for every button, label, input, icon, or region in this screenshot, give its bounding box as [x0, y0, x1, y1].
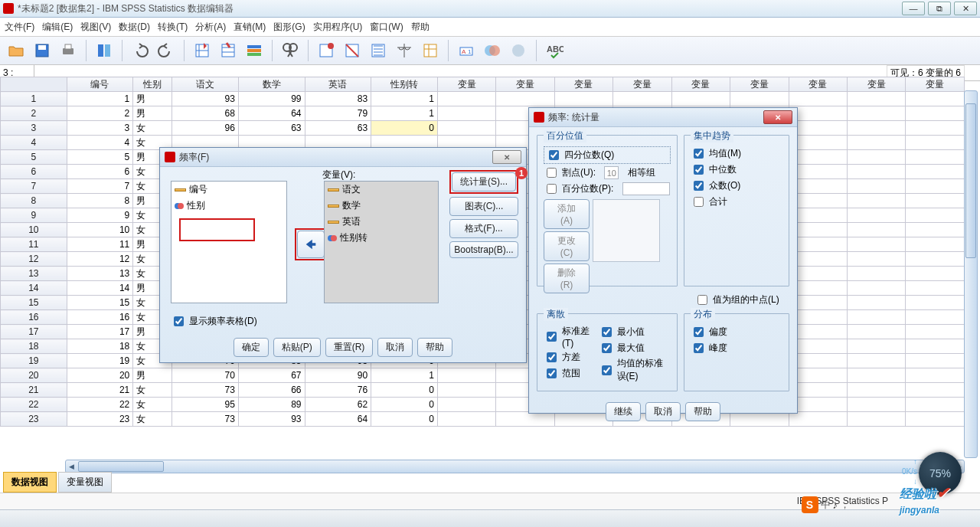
skewness-checkbox[interactable]: 偏度: [691, 325, 782, 339]
max-checkbox[interactable]: 最大值: [599, 341, 671, 355]
cell[interactable]: 63: [238, 121, 305, 136]
vertical-scrollbar[interactable]: [964, 90, 978, 458]
cutpoints-checkbox[interactable]: 割点(U): 相等组: [544, 165, 671, 180]
cell[interactable]: [906, 296, 965, 310]
cell[interactable]: 0: [371, 398, 438, 412]
cell[interactable]: [906, 252, 965, 267]
cell[interactable]: 64: [238, 106, 305, 121]
cell[interactable]: [847, 150, 905, 165]
cell[interactable]: [906, 281, 965, 296]
cell[interactable]: [906, 208, 965, 223]
cell[interactable]: [496, 92, 554, 106]
table-row[interactable]: 11男9399831: [1, 92, 965, 106]
cell[interactable]: 21: [67, 383, 133, 398]
row-header[interactable]: 5: [1, 150, 67, 165]
cell[interactable]: [847, 194, 905, 208]
table-row[interactable]: 33女9663630: [1, 121, 965, 136]
table-row[interactable]: 2222女9589620: [1, 398, 965, 412]
min-checkbox[interactable]: 最小值: [599, 325, 671, 339]
cell[interactable]: 女: [133, 398, 172, 412]
cell[interactable]: [906, 383, 965, 398]
table-row[interactable]: 2121女7366760: [1, 383, 965, 398]
cell[interactable]: [847, 252, 905, 267]
column-header[interactable]: 性别转: [371, 77, 438, 92]
table-row[interactable]: 2323女7393640: [1, 412, 965, 427]
cell[interactable]: [847, 121, 905, 136]
cell[interactable]: 76: [305, 383, 371, 398]
column-header[interactable]: 变量: [671, 77, 730, 92]
paste-button[interactable]: 粘贴(P): [273, 338, 321, 357]
cell[interactable]: [906, 92, 965, 106]
cell[interactable]: 11: [67, 237, 133, 252]
cell[interactable]: 18: [67, 339, 133, 354]
list-item[interactable]: 编号: [172, 182, 286, 198]
cell[interactable]: [847, 281, 905, 296]
cell[interactable]: [554, 92, 612, 106]
find-icon[interactable]: [279, 39, 302, 62]
cell[interactable]: 0: [371, 383, 438, 398]
row-header[interactable]: 7: [1, 179, 67, 194]
cell[interactable]: [847, 412, 905, 427]
cell[interactable]: 10: [67, 223, 133, 237]
cell[interactable]: 79: [305, 106, 371, 121]
cell[interactable]: 13: [67, 267, 133, 281]
row-header[interactable]: 15: [1, 296, 67, 310]
row-header[interactable]: 3: [1, 121, 67, 136]
cutpoints-input[interactable]: [604, 166, 619, 179]
list-item[interactable]: 数学: [325, 198, 438, 214]
value-labels-icon[interactable]: [419, 39, 442, 62]
cell[interactable]: [847, 223, 905, 237]
cell[interactable]: [613, 92, 671, 106]
cell[interactable]: 14: [67, 281, 133, 296]
source-variable-list[interactable]: 编号 性别: [171, 181, 287, 303]
row-header[interactable]: 17: [1, 325, 67, 339]
cell[interactable]: 93: [172, 92, 239, 106]
cell[interactable]: [906, 106, 965, 121]
row-header[interactable]: 16: [1, 310, 67, 325]
cell[interactable]: [847, 92, 905, 106]
cell[interactable]: 6: [67, 165, 133, 179]
cell[interactable]: [437, 121, 495, 136]
mean-checkbox[interactable]: 均值(M): [691, 146, 782, 161]
column-header[interactable]: 变量: [730, 77, 789, 92]
weight-cases-icon[interactable]: [341, 39, 364, 62]
cell[interactable]: [906, 150, 965, 165]
cell[interactable]: [847, 136, 905, 150]
cell[interactable]: [847, 368, 905, 383]
menu-view[interactable]: 视图(V): [80, 21, 111, 34]
row-header[interactable]: 14: [1, 281, 67, 296]
cell[interactable]: 68: [172, 106, 239, 121]
cell[interactable]: [906, 398, 965, 412]
cell[interactable]: [847, 339, 905, 354]
use-sets-icon[interactable]: A1: [455, 39, 478, 62]
redo-icon[interactable]: [155, 39, 178, 62]
cell[interactable]: 7: [67, 179, 133, 194]
minimize-button[interactable]: —: [902, 2, 925, 15]
mode-checkbox[interactable]: 众数(O): [691, 178, 782, 193]
cell[interactable]: 83: [305, 92, 371, 106]
charts-button[interactable]: 图表(C)...: [449, 197, 518, 216]
variance-checkbox[interactable]: 方差: [544, 350, 593, 365]
format-button[interactable]: 格式(F)...: [449, 219, 518, 238]
median-checkbox[interactable]: 中位数: [691, 162, 782, 177]
maximize-button[interactable]: ⧉: [928, 2, 951, 15]
cell[interactable]: [437, 106, 495, 121]
target-variable-list[interactable]: 语文 数学 英语 性别转: [324, 181, 439, 303]
cell[interactable]: 20: [67, 368, 133, 383]
cell[interactable]: [906, 237, 965, 252]
cell[interactable]: [437, 398, 495, 412]
cell[interactable]: [437, 412, 495, 427]
cell[interactable]: [847, 208, 905, 223]
cell[interactable]: 15: [67, 296, 133, 310]
cell[interactable]: 9: [67, 208, 133, 223]
cell[interactable]: 5: [67, 150, 133, 165]
cell[interactable]: 96: [172, 121, 239, 136]
cell[interactable]: 女: [133, 383, 172, 398]
menu-transform[interactable]: 转换(T): [158, 21, 188, 34]
cancel-button[interactable]: 取消: [645, 402, 681, 421]
cell[interactable]: 19: [67, 354, 133, 368]
cell[interactable]: [906, 325, 965, 339]
menu-window[interactable]: 窗口(W): [370, 21, 403, 34]
cell[interactable]: 93: [238, 412, 305, 427]
close-icon[interactable]: ✕: [492, 150, 521, 164]
